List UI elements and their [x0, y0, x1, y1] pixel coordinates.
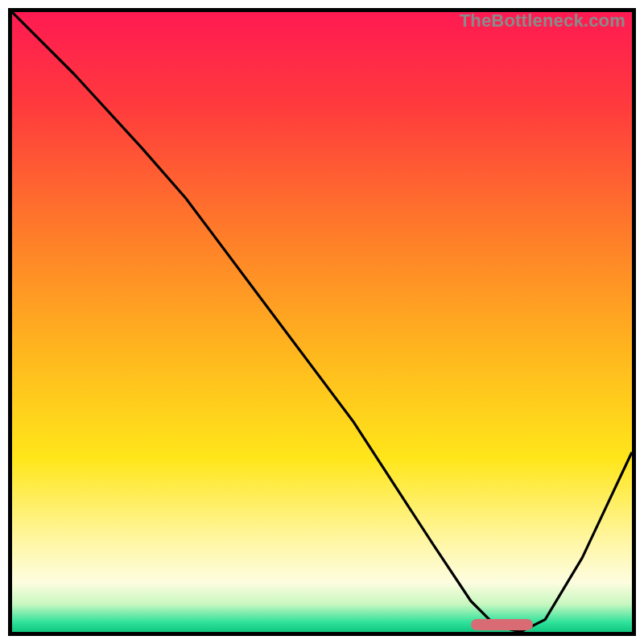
- chart-frame: TheBottleneck.com: [8, 8, 636, 636]
- chart-canvas: [12, 12, 632, 632]
- watermark-text: TheBottleneck.com: [460, 10, 625, 31]
- gradient-background: [12, 12, 632, 632]
- optimal-range-marker: [471, 619, 533, 630]
